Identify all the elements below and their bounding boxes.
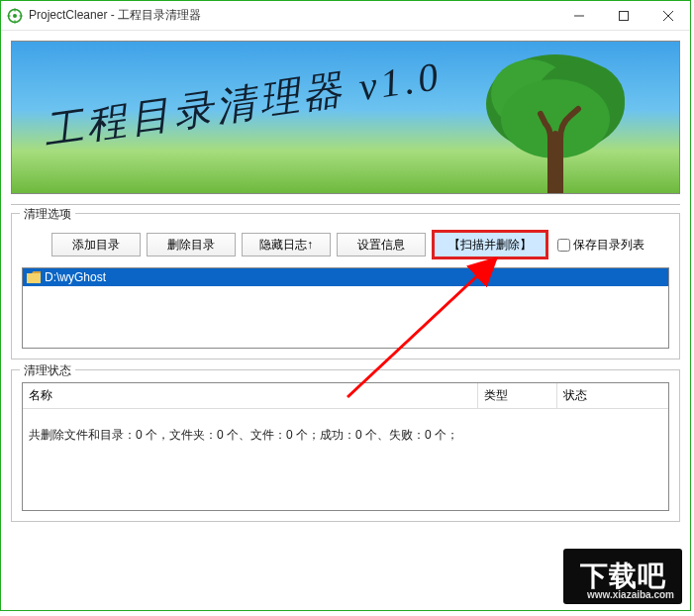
hide-log-button[interactable]: 隐藏日志↑ bbox=[242, 233, 331, 257]
minimize-button[interactable] bbox=[556, 1, 601, 31]
banner: 工程目录清理器 v1.0 bbox=[11, 41, 680, 194]
folder-icon bbox=[27, 271, 41, 283]
svg-rect-7 bbox=[619, 12, 628, 21]
directory-list[interactable]: D:\wyGhost bbox=[22, 267, 669, 349]
status-group-label: 清理状态 bbox=[20, 362, 75, 379]
maximize-button[interactable] bbox=[601, 1, 645, 31]
options-button-row: 添加目录 删除目录 隐藏日志↑ 设置信息 【扫描并删除】 保存目录列表 bbox=[22, 226, 669, 267]
status-table-header: 名称 类型 状态 bbox=[23, 383, 668, 409]
status-table: 名称 类型 状态 共删除文件和目录：0 个，文件夹：0 个、文件：0 个；成功：… bbox=[22, 382, 669, 511]
svg-point-1 bbox=[13, 14, 17, 18]
column-name[interactable]: 名称 bbox=[23, 383, 478, 408]
column-type[interactable]: 类型 bbox=[478, 383, 557, 408]
svg-rect-15 bbox=[27, 273, 41, 283]
main-window: ProjectCleaner - 工程目录清理器 工程目录清理器 v1.0 bbox=[0, 0, 691, 611]
column-state[interactable]: 状态 bbox=[557, 383, 668, 408]
status-summary: 共删除文件和目录：0 个，文件夹：0 个、文件：0 个；成功：0 个、失败：0 … bbox=[23, 409, 668, 444]
svg-rect-14 bbox=[548, 139, 562, 194]
save-list-label: 保存目录列表 bbox=[573, 237, 644, 254]
title-bar-left: ProjectCleaner - 工程目录清理器 bbox=[1, 7, 201, 24]
directory-list-item[interactable]: D:\wyGhost bbox=[23, 268, 668, 286]
save-list-checkbox[interactable] bbox=[557, 239, 570, 252]
scan-and-delete-button[interactable]: 【扫描并删除】 bbox=[432, 230, 548, 259]
divider bbox=[11, 204, 680, 205]
settings-button[interactable]: 设置信息 bbox=[337, 233, 426, 257]
title-bar: ProjectCleaner - 工程目录清理器 bbox=[1, 1, 690, 31]
status-group: 清理状态 名称 类型 状态 共删除文件和目录：0 个，文件夹：0 个、文件：0 … bbox=[11, 369, 680, 522]
directory-path: D:\wyGhost bbox=[45, 270, 106, 284]
watermark-url: www.xiazaiba.com bbox=[587, 589, 674, 600]
window-title: ProjectCleaner - 工程目录清理器 bbox=[29, 7, 201, 24]
close-button[interactable] bbox=[645, 1, 690, 31]
add-directory-button[interactable]: 添加目录 bbox=[51, 233, 141, 257]
options-group-label: 清理选项 bbox=[20, 206, 75, 223]
watermark: 下载吧 www.xiazaiba.com bbox=[563, 549, 682, 604]
close-icon bbox=[663, 11, 673, 21]
options-group: 清理选项 添加目录 删除目录 隐藏日志↑ 设置信息 【扫描并删除】 保存目录列表… bbox=[11, 213, 680, 359]
save-list-checkbox-wrap[interactable]: 保存目录列表 bbox=[557, 237, 644, 254]
banner-container: 工程目录清理器 v1.0 bbox=[1, 31, 690, 200]
minimize-icon bbox=[574, 11, 584, 21]
banner-title: 工程目录清理器 v1.0 bbox=[40, 49, 445, 158]
window-controls bbox=[556, 1, 690, 30]
app-icon bbox=[7, 8, 23, 24]
delete-directory-button[interactable]: 删除目录 bbox=[147, 233, 236, 257]
status-table-body: 共删除文件和目录：0 个，文件夹：0 个、文件：0 个；成功：0 个、失败：0 … bbox=[23, 409, 668, 510]
maximize-icon bbox=[619, 11, 629, 21]
tree-graphic bbox=[471, 45, 640, 194]
